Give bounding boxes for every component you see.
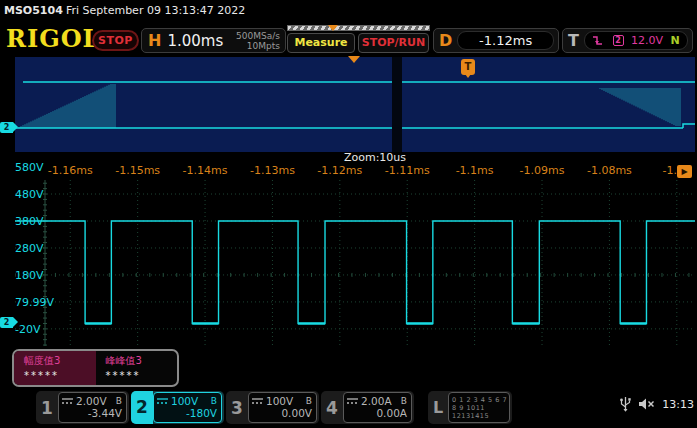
channel1-bandwidth: B — [116, 396, 122, 406]
channel3-number: 3 — [226, 398, 248, 418]
channel2-scale: 100V — [171, 395, 198, 407]
channel3-bandwidth: B — [306, 396, 312, 406]
timebase-value: 1.00ms — [167, 32, 223, 50]
channel3-offset: 0.00V — [252, 407, 312, 420]
main-timebase-waveform-view[interactable] — [15, 57, 695, 152]
measure-button[interactable]: Measure — [287, 33, 355, 53]
channel4-number: 4 — [321, 398, 343, 418]
trigger-label: T — [568, 31, 579, 50]
center-position-marker-icon — [348, 56, 360, 63]
measurement-item-peak-peak[interactable]: 峰峰值3 ***** — [96, 351, 178, 385]
channel3-scale: 100V — [266, 395, 293, 407]
stop-run-button[interactable]: STOP/RUN — [358, 33, 429, 53]
channel4-scale: 2.00A — [361, 395, 392, 407]
sample-rate: 500MSa/s — [236, 31, 280, 41]
volt-tick-label: 580V — [15, 161, 44, 174]
channel2-bandwidth: B — [211, 396, 217, 406]
overview-waveform — [15, 57, 695, 152]
delay-value: -1.12ms — [457, 31, 554, 50]
horizontal-label: H — [148, 31, 161, 50]
channel2-level-tag-zoom[interactable]: 2 — [0, 317, 13, 328]
run-state-indicator: STOP — [92, 30, 139, 51]
volt-tick-label: 180V — [15, 268, 44, 281]
measurement-item-amplitude[interactable]: 幅度值3 ***** — [14, 351, 96, 385]
dc-coupling-icon — [347, 397, 358, 405]
time-tick-label: -1.13ms — [250, 164, 295, 177]
dc-coupling-icon — [62, 397, 73, 405]
channel2-offset: -180V — [157, 407, 217, 420]
volt-tick-label: 380V — [15, 215, 44, 228]
falling-edge-trigger-icon — [592, 35, 605, 47]
measurement-popup[interactable]: 幅度值3 ***** 峰峰值3 ***** — [12, 349, 179, 387]
channel1-offset: -3.44V — [62, 407, 122, 420]
status-icons: 13:13 — [620, 396, 694, 412]
trigger-direction-flag-icon: ▶ — [677, 165, 692, 178]
volt-tick-label: 480V — [15, 188, 44, 201]
top-info-bar: MSO5104 Fri September 09 13:13:47 2022 — [0, 0, 697, 22]
dc-coupling-icon — [252, 397, 263, 405]
trigger-sweep-mode: N — [670, 34, 679, 47]
time-tick-label: -1.11ms — [385, 164, 430, 177]
volt-tick-label: 280V — [15, 241, 44, 254]
logic-label: L — [428, 398, 448, 417]
time-tick-label: -1.09ms — [520, 164, 565, 177]
clock-text: 13:13 — [662, 398, 694, 411]
channel4-box[interactable]: 4 2.00A B 0.00A — [321, 391, 414, 424]
time-tick-label: -1.12ms — [317, 164, 362, 177]
channel1-scale: 2.00V — [76, 395, 107, 407]
horizontal-position-scrollbar[interactable] — [287, 25, 430, 31]
channel-status-bar: 1 2.00V B -3.44V 2 100V B -180V — [0, 388, 697, 428]
logic-row1: 0 1 2 3 4 5 6 7 — [452, 396, 507, 404]
dc-coupling-icon — [157, 397, 168, 405]
channel4-bandwidth: B — [401, 396, 407, 406]
usb-icon — [620, 396, 631, 412]
measurement-value: ***** — [106, 370, 172, 381]
zoom-waveform — [15, 180, 695, 346]
measurement-label: 幅度值3 — [24, 354, 90, 368]
speaker-muted-icon[interactable] — [638, 397, 655, 411]
time-axis-labels: -1.16ms-1.15ms-1.14ms-1.13ms-1.12ms-1.11… — [0, 164, 697, 180]
trigger-level-value: 12.0V — [631, 34, 663, 47]
volt-tick-label: -20V — [15, 322, 41, 335]
sample-rate-memory: 500MSa/s 10Mpts — [236, 31, 280, 51]
channel1-info: 2.00V B -3.44V — [58, 392, 127, 423]
trigger-settings-button[interactable]: T 2 12.0V N — [562, 28, 693, 53]
channel4-info: 2.00A B 0.00A — [343, 392, 412, 423]
delay-label: D — [439, 31, 452, 50]
delay-settings-button[interactable]: D -1.12ms — [433, 28, 559, 53]
trigger-info-pill: 2 12.0V N — [584, 31, 688, 50]
memory-depth: 10Mpts — [247, 41, 280, 51]
time-tick-label: -1.14ms — [183, 164, 228, 177]
trigger-source-icon: 2 — [613, 35, 624, 46]
horizontal-settings-button[interactable]: H 1.00ms 500MSa/s 10Mpts — [141, 28, 286, 53]
logic-row2: 8 9 1011 12131415 — [452, 404, 489, 420]
time-tick-label: -1.1ms — [456, 164, 494, 177]
time-tick-label: -1.15ms — [115, 164, 160, 177]
channel2-number: 2 — [131, 391, 153, 424]
time-tick-label: -1.08ms — [587, 164, 632, 177]
channel3-info: 100V B 0.00V — [248, 392, 317, 423]
horizontal-position-marker-icon[interactable] — [328, 25, 338, 31]
measurement-value: ***** — [24, 370, 90, 381]
logic-channel-list: 0 1 2 3 4 5 6 7 8 9 1011 12131415 — [448, 392, 510, 423]
measurement-label: 峰峰值3 — [106, 354, 172, 368]
channel1-box[interactable]: 1 2.00V B -3.44V — [36, 391, 129, 424]
oscilloscope-screen: MSO5104 Fri September 09 13:13:47 2022 R… — [0, 0, 697, 428]
channel3-box[interactable]: 3 100V B 0.00V — [226, 391, 319, 424]
logic-channels-box[interactable]: L 0 1 2 3 4 5 6 7 8 9 1011 12131415 — [428, 391, 512, 424]
channel4-offset: 0.00A — [347, 407, 407, 420]
channel2-info: 100V B -180V — [153, 392, 222, 423]
volt-tick-label: 79.99V — [15, 295, 54, 308]
trigger-position-marker-icon[interactable]: T — [461, 59, 475, 75]
channel2-box[interactable]: 2 100V B -180V — [131, 391, 224, 424]
channel1-number: 1 — [36, 398, 58, 418]
zoom-timebase-title: Zoom:10us — [320, 151, 430, 164]
datetime-text: Fri September 09 13:13:47 2022 — [66, 4, 245, 17]
zoom-waveform-view[interactable] — [15, 180, 695, 346]
